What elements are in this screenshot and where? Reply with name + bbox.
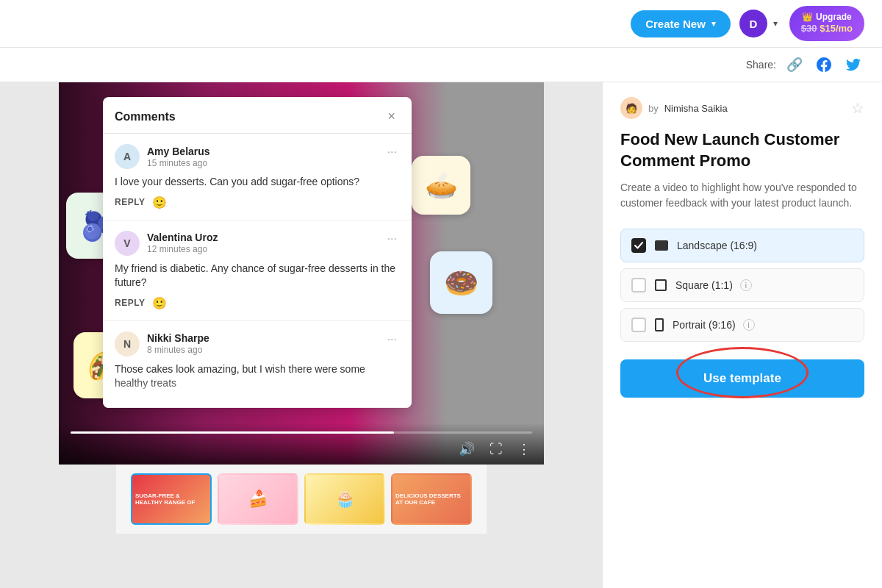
portrait-icon	[655, 318, 664, 331]
preview-area: 🫐 🥧 🍩 🌮 Comments × A Amy	[0, 82, 603, 588]
format-landscape[interactable]: Landscape (16:9)	[620, 229, 864, 262]
upgrade-button[interactable]: 👑 Upgrade $30 $15/mo	[789, 6, 864, 41]
comment-time: 12 minutes ago	[147, 244, 218, 254]
comment-reply-button[interactable]: REPLY	[115, 298, 145, 308]
share-twitter-button[interactable]	[842, 54, 864, 76]
comment-author-name: Nikki Sharpe	[147, 332, 209, 344]
comment-item: N Nikki Sharpe 8 minutes ago ··· Those c…	[103, 321, 412, 408]
comments-close-button[interactable]: ×	[383, 107, 400, 126]
comment-emoji-button[interactable]: 🙂	[152, 196, 167, 209]
template-description: Create a video to highlight how you've r…	[620, 180, 864, 211]
comment-options-button[interactable]: ···	[384, 331, 400, 348]
user-initial: D	[749, 18, 757, 30]
comment-options-button[interactable]: ···	[384, 231, 400, 247]
author-avatar: 🧑	[620, 97, 642, 119]
format-checkbox-portrait	[631, 318, 646, 332]
author-by: by	[648, 103, 659, 114]
comment-time: 8 minutes ago	[147, 345, 209, 355]
use-template-button[interactable]: Use template	[620, 359, 864, 398]
comment-time: 15 minutes ago	[147, 158, 210, 168]
comment-text: I love your desserts. Can you add sugar-…	[115, 175, 400, 190]
comment-options-button[interactable]: ···	[384, 144, 400, 160]
comment-avatar: A	[115, 144, 140, 169]
format-label-portrait: Portrait (9:16)	[673, 319, 736, 331]
comment-reply-button[interactable]: REPLY	[115, 197, 145, 207]
comment-item: A Amy Belarus 15 minutes ago ··· I love …	[103, 134, 412, 220]
format-square[interactable]: Square (1:1) i	[620, 268, 864, 302]
user-dropdown-button[interactable]: ▾	[770, 15, 781, 32]
upgrade-price-line: $30 $15/mo	[801, 23, 853, 35]
format-label-square: Square (1:1)	[675, 279, 733, 291]
comments-panel: Comments × A Amy Belarus 15 minutes ago	[103, 97, 412, 408]
comment-avatar: N	[115, 331, 140, 356]
user-avatar-button[interactable]: D	[739, 10, 767, 37]
fullscreen-button[interactable]: ⛶	[488, 440, 504, 459]
thumbnail-3[interactable]: 🧁	[304, 473, 385, 525]
create-new-button[interactable]: Create New ▾	[631, 10, 731, 37]
volume-button[interactable]: 🔊	[457, 440, 476, 459]
comment-avatar: V	[115, 231, 140, 256]
landscape-icon	[655, 240, 668, 251]
share-bar: Share: 🔗	[0, 48, 882, 82]
video-progress-fill	[71, 431, 394, 434]
info-icon-square[interactable]: i	[740, 279, 752, 291]
format-checkbox-square	[631, 278, 646, 293]
video-progress-bar[interactable]	[71, 431, 532, 434]
comment-author-name: Valentina Uroz	[147, 232, 218, 243]
header: Create New ▾ D ▾ 👑 Upgrade $30 $15/mo	[0, 0, 882, 48]
thumbnail-2[interactable]: 🍰	[218, 473, 298, 525]
favorite-button[interactable]: ☆	[851, 99, 864, 117]
comment-emoji-button[interactable]: 🙂	[152, 296, 167, 310]
format-portrait[interactable]: Portrait (9:16) i	[620, 308, 864, 342]
upgrade-label: 👑 Upgrade	[802, 12, 852, 24]
chevron-down-icon: ▾	[711, 19, 716, 29]
comment-text: My friend is diabetic. Any chance of sug…	[115, 262, 400, 290]
right-panel: 🧑 by Nimisha Saikia ☆ Food New Launch Cu…	[603, 82, 882, 588]
format-label-landscape: Landscape (16:9)	[677, 240, 757, 251]
pie-sticker: 🥧	[412, 156, 470, 215]
square-icon	[655, 279, 667, 291]
video-player[interactable]: 🫐 🥧 🍩 🌮 Comments × A Amy	[59, 82, 544, 465]
info-icon-portrait[interactable]: i	[743, 319, 755, 331]
template-author: 🧑 by Nimisha Saikia ☆	[620, 97, 864, 119]
donut-sticker: 🍩	[430, 251, 492, 314]
share-facebook-button[interactable]	[813, 54, 835, 76]
thumbnail-4[interactable]: DELICIOUS DESSERTS AT OUR CAFE	[391, 473, 472, 525]
author-name: Nimisha Saikia	[664, 103, 728, 114]
crown-icon: 👑	[802, 12, 813, 24]
thumbnail-1[interactable]: SUGAR-FREE & HEALTHY RANGE OF	[131, 473, 212, 525]
more-options-button[interactable]: ⋮	[516, 440, 532, 459]
comment-author-name: Amy Belarus	[147, 146, 210, 157]
main-content: 🫐 🥧 🍩 🌮 Comments × A Amy	[0, 82, 882, 588]
video-controls: 🔊 ⛶ ⋮	[59, 423, 544, 465]
thumbnails-row: SUGAR-FREE & HEALTHY RANGE OF 🍰 🧁 DELICI…	[116, 465, 487, 534]
share-link-button[interactable]: 🔗	[784, 54, 806, 76]
comment-fade	[103, 378, 412, 407]
format-checkbox-landscape	[631, 238, 646, 253]
comments-header: Comments ×	[103, 97, 412, 134]
comment-item: V Valentina Uroz 12 minutes ago ··· My f…	[103, 220, 412, 321]
share-label: Share:	[746, 59, 776, 71]
template-title: Food New Launch Customer Comment Promo	[620, 129, 864, 171]
create-new-label: Create New	[645, 18, 706, 30]
comments-title: Comments	[115, 110, 176, 123]
use-template-wrapper: Use template	[620, 348, 864, 398]
